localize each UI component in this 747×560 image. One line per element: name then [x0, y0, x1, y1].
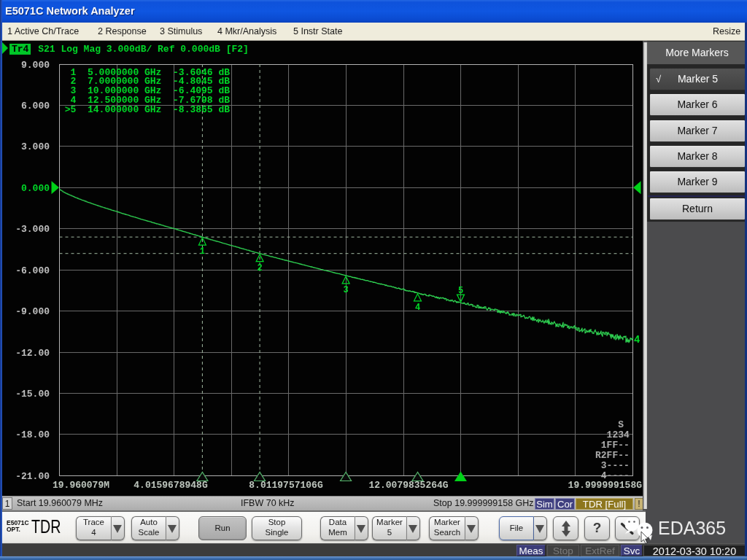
svg-text:8.0119757106G: 8.0119757106G [249, 480, 323, 491]
svg-text:12.0079835264G: 12.0079835264G [368, 480, 448, 491]
svg-text:9.000: 9.000 [21, 60, 50, 71]
svg-text:-18.00: -18.00 [15, 429, 50, 440]
svg-text:6.000: 6.000 [21, 101, 50, 112]
svg-text:-9.000: -9.000 [15, 306, 50, 317]
svg-text:3.000: 3.000 [21, 141, 50, 152]
svg-text:3: 3 [343, 285, 348, 295]
svg-text:3----: 3---- [595, 460, 630, 471]
svg-text:0.000: 0.000 [21, 183, 50, 194]
svg-text:-3.000: -3.000 [15, 224, 50, 235]
svg-text:1234: 1234 [595, 429, 630, 440]
svg-text:EDA365: EDA365 [658, 518, 726, 538]
svg-text:19.960079M: 19.960079M [53, 480, 109, 491]
svg-text:4: 4 [415, 303, 420, 313]
svg-text:>5 14.000000 GHz -8.3865 dB: >5 14.000000 GHz -8.3865 dB [59, 104, 230, 115]
svg-text:19.999999158G: 19.999999158G [568, 480, 643, 491]
svg-text:-21.00: -21.00 [15, 471, 50, 482]
svg-text:1FF--: 1FF-- [595, 440, 630, 451]
svg-text:S: S [595, 419, 624, 430]
svg-text:1: 1 [200, 246, 205, 257]
svg-text:4: 4 [634, 334, 640, 346]
svg-text:-6.000: -6.000 [15, 265, 50, 276]
svg-text:2: 2 [257, 263, 262, 273]
svg-text:R2FF--: R2FF-- [595, 450, 630, 461]
svg-text:-12.00: -12.00 [15, 348, 50, 359]
svg-text:-15.00: -15.00 [15, 389, 50, 400]
svg-text:4.0159678948G: 4.0159678948G [133, 480, 208, 491]
